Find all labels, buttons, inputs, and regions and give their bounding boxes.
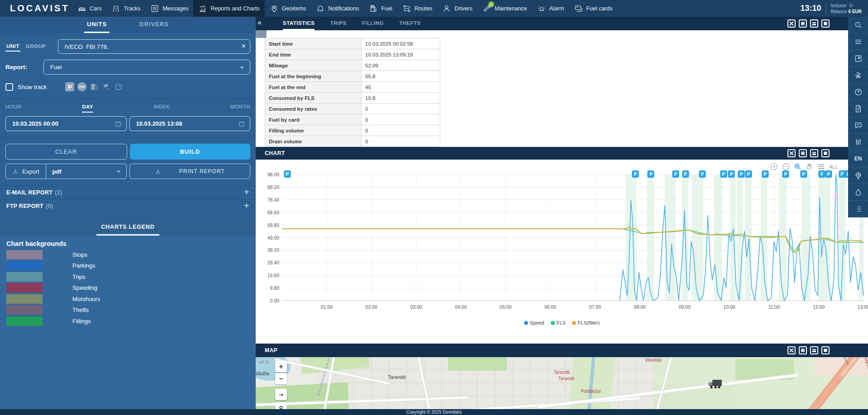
parking-marker-badge[interactable]: P — [672, 170, 679, 178]
nav-item-reports-and-charts[interactable]: Reports and Charts — [193, 0, 264, 17]
parking-marker-badge[interactable]: P — [839, 170, 845, 178]
nav-item-maintenance[interactable]: 1 Maintenance — [477, 0, 532, 17]
vehicle-truck-marker[interactable] — [708, 379, 723, 390]
zoom-in-circle-icon[interactable] — [770, 163, 778, 170]
zoom-out-circle-icon[interactable] — [782, 163, 790, 170]
chart-legend-item[interactable]: FLS — [551, 320, 566, 325]
nav-item-fuel-cards[interactable]: Fuel cards — [569, 0, 617, 17]
rows-view-icon[interactable] — [799, 19, 807, 28]
parking-marker-badge[interactable]: P — [682, 170, 689, 178]
tab-thefts[interactable]: THEFTS — [399, 17, 421, 30]
split-view-icon[interactable] — [810, 149, 818, 157]
tab-drivers[interactable]: DRIVERS — [137, 17, 172, 33]
calendar-icon[interactable] — [238, 120, 245, 127]
add-email-report-button[interactable]: + — [244, 187, 249, 198]
help-icon[interactable] — [848, 84, 868, 100]
chart-legend-item[interactable]: Speed — [524, 320, 544, 325]
maximize-panel-icon[interactable] — [821, 149, 830, 157]
satellite-icon[interactable] — [848, 67, 868, 84]
tab-group[interactable]: GROUP — [25, 42, 47, 52]
parking-marker-badge[interactable]: P — [738, 170, 745, 178]
filling-marker-icon[interactable] — [89, 82, 99, 92]
nav-item-alarm[interactable]: Alarm — [532, 0, 569, 17]
map-measure-button[interactable]: ⚲ — [275, 402, 287, 409]
clear-unit-icon[interactable]: ✕ — [241, 42, 246, 50]
logout-icon[interactable] — [849, 3, 854, 8]
nav-item-drivers[interactable]: Drivers — [437, 0, 477, 17]
date-from-field[interactable] — [5, 116, 127, 131]
unit-input[interactable] — [58, 39, 250, 54]
parking-marker-badge[interactable]: P — [632, 170, 639, 178]
open-window-icon[interactable] — [848, 50, 868, 67]
nav-item-tracks[interactable]: Tracks — [106, 0, 145, 17]
nav-item-geoitems[interactable]: Geoitems — [265, 0, 311, 17]
document-icon[interactable] — [848, 100, 868, 117]
map-zoom-in-button[interactable]: + — [275, 361, 287, 372]
tab-units[interactable]: UNITS — [84, 17, 110, 33]
close-panel-icon[interactable] — [787, 19, 796, 28]
parking-marker-badge[interactable]: P — [762, 170, 768, 178]
chat-icon[interactable] — [848, 117, 868, 134]
calendar-icon[interactable] — [114, 120, 122, 127]
pan-hand-icon[interactable] — [806, 163, 813, 170]
parking-marker-badge[interactable]: P — [720, 170, 727, 178]
parking-marker-icon[interactable]: P — [65, 82, 75, 92]
period-tab-week[interactable]: WEEK — [153, 104, 170, 113]
language-button[interactable]: EN — [848, 151, 868, 167]
nav-item-routes[interactable]: Routes — [397, 0, 438, 17]
close-panel-icon[interactable] — [787, 149, 796, 157]
rows-view-icon[interactable] — [799, 346, 807, 354]
print-report-button[interactable]: PRINT REPORT — [129, 164, 251, 179]
drain-marker-icon[interactable] — [101, 82, 111, 92]
tab-charts-legend[interactable]: CHARTS LEGEND — [96, 219, 159, 236]
tasks-list-icon[interactable] — [848, 201, 868, 217]
tab-filling[interactable]: FILLING — [362, 17, 384, 30]
export-format-select[interactable]: pdf — [46, 164, 126, 179]
build-button[interactable]: BUILD — [130, 144, 251, 160]
report-select[interactable]: Fuel — [43, 60, 250, 75]
ftp-report-accordion[interactable]: FTP REPORT (0) + — [0, 199, 256, 212]
date-to-input[interactable] — [136, 120, 238, 127]
map-zoom-out-button[interactable]: − — [275, 373, 287, 384]
show-track-checkbox[interactable] — [5, 83, 13, 91]
map-canvas[interactable]: + − ⇢ ⚲ ež. GGilužiaTarandėTarandėTarand… — [256, 357, 868, 409]
chart-plot-area[interactable]: 98.0088.2078.4068.6058.8049.0039.2029.40… — [282, 174, 863, 301]
date-from-input[interactable] — [12, 120, 114, 127]
period-tab-day[interactable]: DAY — [82, 104, 93, 113]
map-follow-button[interactable]: ⇢ — [275, 389, 287, 400]
nav-item-fuel[interactable]: Fuel — [364, 0, 397, 17]
chart-legend-item[interactable]: FLS(filter) — [572, 320, 600, 325]
rows-view-icon[interactable] — [799, 149, 807, 157]
parking-marker-badge[interactable]: P — [800, 170, 807, 178]
add-ftp-report-button[interactable]: + — [244, 201, 249, 211]
clear-button[interactable]: CLEAR — [5, 144, 127, 160]
date-to-field[interactable] — [129, 116, 251, 131]
tab-trips[interactable]: TRIPS — [330, 17, 346, 30]
split-view-icon[interactable] — [810, 346, 818, 354]
panel-drag-handle[interactable] — [256, 30, 267, 38]
nav-item-notifications[interactable]: Notifications — [311, 0, 364, 17]
parking-marker-badge[interactable]: P — [728, 170, 735, 178]
stop-marker-icon[interactable]: STOP — [77, 82, 87, 92]
maximize-panel-icon[interactable] — [821, 346, 830, 354]
maximize-panel-icon[interactable] — [821, 19, 830, 28]
tab-statistics[interactable]: STATISTICS — [283, 17, 315, 30]
parking-marker-badge[interactable]: P — [825, 170, 832, 178]
parking-marker-badge[interactable]: P — [284, 170, 291, 178]
parking-marker-badge[interactable]: P — [699, 170, 706, 178]
speedometer-marker-icon[interactable] — [114, 82, 124, 92]
menu-icon[interactable] — [848, 33, 868, 50]
period-tab-month[interactable]: MONTH — [230, 104, 250, 113]
email-report-accordion[interactable]: E-MAIL REPORT (2) + — [0, 185, 256, 199]
parking-marker-badge[interactable]: P — [782, 170, 789, 178]
parking-marker-badge[interactable]: P — [648, 170, 654, 178]
export-button[interactable]: Export — [6, 164, 46, 179]
nav-item-messages[interactable]: Messages — [145, 0, 193, 17]
filling-marker-badge[interactable]: F — [819, 170, 825, 178]
close-panel-icon[interactable] — [787, 346, 796, 354]
nav-item-cars[interactable]: Cars — [72, 0, 106, 17]
parking-marker-badge[interactable]: P — [745, 170, 752, 178]
search-icon[interactable] — [848, 17, 868, 33]
period-tab-hour[interactable]: HOUR — [5, 104, 22, 113]
zoom-select-icon[interactable] — [794, 163, 801, 170]
